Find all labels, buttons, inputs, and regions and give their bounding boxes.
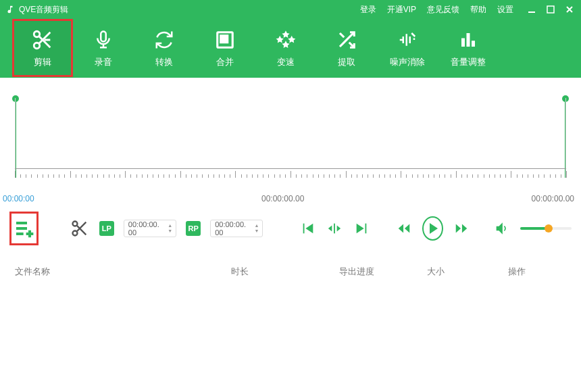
col-action: 操作	[508, 266, 566, 278]
shuffle-icon	[336, 28, 357, 52]
lp-time-value: 00:00:00. 00	[128, 220, 165, 237]
tab-record[interactable]: 录音	[73, 19, 134, 77]
svg-point-3	[34, 43, 40, 49]
tab-speed[interactable]: 变速	[255, 19, 316, 77]
music-note-icon	[5, 5, 15, 14]
lp-spinner[interactable]: ▲▼	[168, 222, 174, 235]
svg-rect-7	[461, 39, 465, 47]
tab-volume[interactable]: 音量调整	[438, 19, 499, 77]
svg-point-2	[34, 31, 40, 37]
wave-track	[15, 98, 566, 178]
tab-bar: 剪辑 录音 转换 合并 变速	[0, 19, 581, 77]
svg-rect-14	[365, 224, 366, 234]
tab-convert-label: 转换	[155, 56, 173, 68]
tab-denoise-label: 噪声消除	[390, 56, 425, 68]
microphone-icon	[93, 28, 113, 52]
header: QVE音频剪辑 登录 开通VIP 意见反馈 帮助 设置 剪辑 录音 转换	[0, 0, 581, 78]
menu-help[interactable]: 帮助	[470, 4, 486, 16]
tab-extract[interactable]: 提取	[316, 19, 377, 77]
play-button[interactable]	[422, 216, 443, 241]
time-end: 00:00:00.00	[532, 194, 574, 203]
col-size: 大小	[427, 266, 508, 278]
sync-icon	[154, 28, 174, 52]
svg-rect-8	[467, 33, 470, 47]
minimize-icon[interactable]	[526, 5, 538, 14]
time-mid: 00:00:00.00	[261, 194, 304, 203]
menu-settings[interactable]: 设置	[497, 4, 513, 16]
svg-rect-12	[303, 224, 304, 234]
tab-cut-label: 剪辑	[34, 56, 51, 68]
tab-merge-label: 合并	[216, 56, 234, 68]
add-file-button[interactable]	[9, 212, 39, 245]
svg-rect-4	[101, 32, 106, 42]
volume-slider[interactable]	[520, 227, 572, 230]
maximize-icon[interactable]	[545, 5, 557, 14]
speed-icon	[276, 28, 296, 52]
app-title: QVE音频剪辑	[19, 4, 68, 16]
menu-feedback[interactable]: 意见反馈	[427, 4, 459, 16]
close-icon[interactable]	[563, 5, 576, 14]
svg-rect-6	[221, 36, 228, 43]
rp-time-input[interactable]: 00:00:00. 00 ▲▼	[210, 220, 263, 237]
forward-button[interactable]	[453, 218, 470, 239]
waveform-area[interactable]	[15, 98, 566, 193]
trim-inward-button[interactable]	[326, 218, 343, 239]
rewind-button[interactable]	[395, 218, 412, 239]
time-ruler	[15, 168, 566, 178]
play-icon	[430, 223, 438, 234]
denoise-icon	[397, 28, 418, 52]
controls-bar: LP 00:00:00. 00 ▲▼ RP 00:00:00. 00 ▲▼	[0, 203, 581, 253]
volume-icon[interactable]	[493, 218, 510, 239]
goto-start-button[interactable]	[299, 218, 316, 239]
file-table-header: 文件名称 时长 导出进度 大小 操作	[0, 253, 581, 285]
volume-knob[interactable]	[545, 224, 553, 232]
col-filename: 文件名称	[15, 266, 231, 278]
tab-record-label: 录音	[95, 56, 112, 68]
tab-merge[interactable]: 合并	[195, 19, 255, 77]
tab-speed-label: 变速	[277, 56, 295, 68]
scissors-icon	[31, 28, 54, 52]
svg-point-11	[72, 231, 77, 236]
menu-vip[interactable]: 开通VIP	[387, 4, 416, 16]
lp-badge[interactable]: LP	[99, 221, 114, 236]
tab-denoise[interactable]: 噪声消除	[377, 19, 438, 77]
svg-rect-13	[334, 224, 335, 234]
rp-time-value: 00:00:00. 00	[215, 220, 251, 237]
col-progress: 导出进度	[339, 266, 427, 278]
titlebar: QVE音频剪辑 登录 开通VIP 意见反馈 帮助 设置	[0, 0, 581, 19]
equalizer-icon	[458, 28, 478, 52]
svg-rect-0	[528, 11, 535, 13]
lp-time-input[interactable]: 00:00:00. 00 ▲▼	[124, 220, 176, 237]
svg-point-10	[72, 222, 77, 226]
goto-end-button[interactable]	[353, 218, 370, 239]
rp-badge[interactable]: RP	[186, 221, 201, 236]
tab-convert[interactable]: 转换	[134, 19, 195, 77]
svg-rect-9	[472, 41, 475, 47]
tab-extract-label: 提取	[338, 56, 355, 68]
rp-spinner[interactable]: ▲▼	[254, 222, 261, 235]
menu-login[interactable]: 登录	[360, 4, 376, 16]
merge-icon	[215, 28, 235, 52]
time-start: 00:00:00	[3, 194, 34, 203]
timecodes: 00:00:00 00:00:00.00 00:00:00.00	[0, 194, 581, 203]
cut-button[interactable]	[69, 216, 90, 241]
tab-cut[interactable]: 剪辑	[12, 19, 73, 77]
tab-volume-label: 音量调整	[451, 56, 486, 68]
svg-rect-1	[547, 6, 554, 13]
col-duration: 时长	[231, 266, 339, 278]
